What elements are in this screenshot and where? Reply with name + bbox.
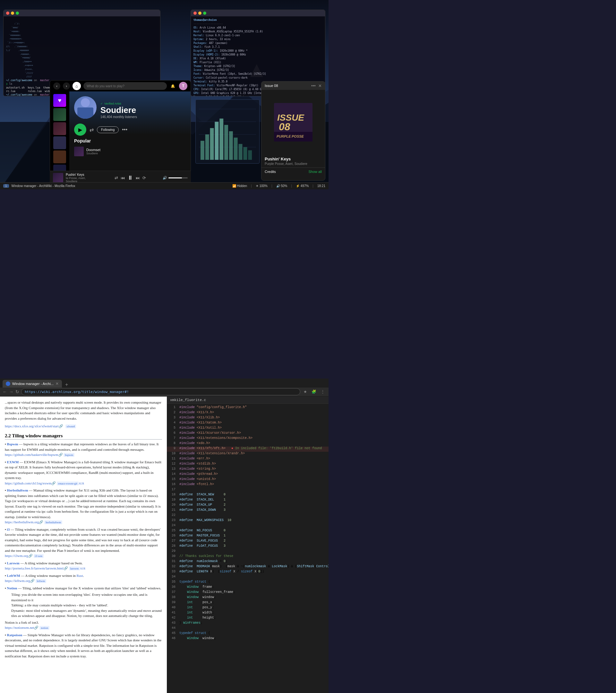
close-btn[interactable] xyxy=(194,12,197,15)
xfwm-badge: xfwm4 xyxy=(65,424,76,428)
code-panel: xmkile_fluorite.c 1#include "config/conf… xyxy=(167,397,329,693)
bspwm-link[interactable]: https://github.com/baskerville/bspwm🔗 xyxy=(5,453,63,457)
terminal-titlebar xyxy=(3,10,160,16)
player-thumbnail xyxy=(53,173,63,183)
svg-point-6 xyxy=(81,98,90,107)
maximize-btn[interactable] xyxy=(16,12,19,15)
i3-badge: i3-wm xyxy=(34,554,44,558)
svg-rect-20 xyxy=(205,134,209,160)
code-line: 7#include <X11/extensions/Xcomposite.h> xyxy=(167,436,329,441)
herbst-link[interactable]: https://herbstluftwm.org🔗 xyxy=(5,520,43,524)
code-line: 24 xyxy=(167,523,329,529)
notion-link[interactable]: https://notionwm.net🔗 xyxy=(5,626,39,630)
repeat-button[interactable]: ⟳ xyxy=(142,176,146,180)
xfwm-docs-link[interactable]: https://docs.xfce.org/xfce/xfwm4/start🔗 xyxy=(5,424,63,428)
forward-button[interactable]: › xyxy=(63,82,70,90)
back-button[interactable]: ← xyxy=(3,389,7,394)
code-line: 41 int width; xyxy=(167,611,329,616)
play-button[interactable]: ▶ xyxy=(74,123,86,136)
menu-button[interactable]: ⋮ xyxy=(320,389,326,395)
code-line: 10#include <X11/extensions/Xrandr.h> xyxy=(167,452,329,457)
playlist-item-4[interactable] xyxy=(53,151,66,163)
close-btn[interactable] xyxy=(6,12,9,15)
i3-link[interactable]: https://i3wm.org🔗 xyxy=(5,554,33,558)
playlist-item-1[interactable] xyxy=(53,108,66,121)
playlist-item-2[interactable] xyxy=(53,122,66,135)
code-line: 35typedef struct { xyxy=(167,580,329,585)
pause-button[interactable]: ⏸ xyxy=(127,175,133,181)
code-line: 42 int height; xyxy=(167,616,329,621)
back-button[interactable]: ‹ xyxy=(53,82,60,90)
shuffle-button[interactable]: ⇄ xyxy=(90,127,94,133)
minimize-btn[interactable] xyxy=(11,12,14,15)
code-line: 26#define MASTER_FOCUS 1 xyxy=(167,534,329,539)
avatar[interactable]: T xyxy=(179,82,187,90)
reload-button[interactable]: ↻ xyxy=(15,389,19,394)
volume-indicator: 🔊 50% xyxy=(276,184,287,188)
playlist-item-3[interactable] xyxy=(53,136,66,149)
credits-button[interactable]: Credits xyxy=(265,170,276,174)
following-button[interactable]: Following xyxy=(97,126,119,133)
maximize-btn[interactable] xyxy=(203,12,206,15)
artist-banner: ✓ Verified Artist Soudiere 146,404 month… xyxy=(69,92,191,123)
bookmark-button[interactable]: ★ xyxy=(302,389,308,395)
issue08-close[interactable]: ✕ xyxy=(318,83,322,88)
close-tab-button[interactable]: ✕ xyxy=(56,381,59,386)
url-bar[interactable] xyxy=(21,388,300,395)
tab-label: Window manager - Archi... xyxy=(12,382,54,385)
player-track-info: Pushin' Keys la Posse, Aseri, Soudiere xyxy=(66,173,98,183)
code-filename: xmkile_fluorite.c xyxy=(170,398,206,402)
artist-info: ✓ Verified Artist Soudiere 146,404 month… xyxy=(100,102,186,119)
browser-section: Window manager - Archi... ✕ + ← → ↻ ★ 🧩 … xyxy=(0,379,329,693)
svg-rect-29 xyxy=(248,150,252,160)
previous-button[interactable]: ⏮ xyxy=(121,176,125,180)
brightness-indicator: ☀ 100% xyxy=(256,184,267,188)
minimize-btn[interactable] xyxy=(198,12,201,15)
leftwm-link[interactable]: https://leftwm.org🔗 xyxy=(5,579,35,582)
larswm-link[interactable]: http://porneia.free.fr/larswm/larswm.htm… xyxy=(5,566,68,570)
next-button[interactable]: ⏭ xyxy=(136,176,140,180)
show-all-button[interactable]: Show all xyxy=(308,170,322,174)
taskbar-right: 📶 Hidden | ☀ 100% | 🔊 50% | ⚡ 497% | 18:… xyxy=(232,184,325,188)
player-track-row: Pushin' Keys la Posse, Aseri, Soudiere ⇄… xyxy=(53,173,188,183)
home-button[interactable]: ⌂ xyxy=(73,82,81,90)
spotify-titlebar: ‹ › ⌂ 🔔 T xyxy=(50,81,191,92)
extensions-button[interactable]: 🧩 xyxy=(310,389,318,395)
forward-button[interactable]: → xyxy=(9,389,14,394)
player-track-title: Pushin' Keys xyxy=(66,173,98,176)
code-line: 16#include <fcntl.h> xyxy=(167,482,329,488)
wm-item-i3: • i3 — Tiling window manager, completely… xyxy=(5,527,162,559)
exwm-link[interactable]: https://github.com/ch11ng/exwm🔗 xyxy=(5,481,56,485)
code-line: 3#include <X11/Xlib.h> xyxy=(167,416,329,421)
browser-tabs: Window manager - Archi... ✕ + xyxy=(0,379,329,388)
issue08-more[interactable]: ••• xyxy=(311,83,316,88)
artist-avatar xyxy=(74,96,97,119)
code-line: 33#define LENGTH(X) (sizeof X / sizeof X… xyxy=(167,570,329,575)
search-input[interactable] xyxy=(83,82,167,90)
code-line: 13#include <string.h> xyxy=(167,467,329,472)
issue08-album-art: ISSUE 08 PURPLE POSSE xyxy=(261,90,325,155)
battery-indicator: ⚡ 497% xyxy=(296,184,309,188)
shuffle-button[interactable]: ⇄ xyxy=(115,176,118,180)
ascii-art: :`/: `ooo/ `+oooo: `+oooooo: -+oooooo+: … xyxy=(6,22,39,78)
popular-section: Popular Doomset Soudiere xyxy=(69,138,191,158)
active-tab[interactable]: Window manager - Archi... ✕ xyxy=(3,380,62,388)
larswm-badge: larswm xyxy=(69,567,80,571)
new-tab-button[interactable]: + xyxy=(63,382,71,388)
issue08-track-info: Pushin' Keys Purple Posse, Aseri, Soudie… xyxy=(261,155,325,167)
liked-songs[interactable]: ♥ xyxy=(53,94,66,107)
code-line: 2#include <X11/X.h> xyxy=(167,411,329,416)
code-line: 5#include <X11/Xutil.h> xyxy=(167,426,329,431)
code-line: 8#include <xdo.h> xyxy=(167,441,329,447)
more-options-button[interactable]: ••• xyxy=(122,127,127,133)
taskbar: 1 Window manager - ArchWiki - Mozilla Fi… xyxy=(0,182,329,189)
code-line: 40 int pos_y; xyxy=(167,606,329,611)
code-line: 32#define MODMASK(mask) (mask & ~(numloc… xyxy=(167,565,329,570)
section-title: 2.2 Tiling window managers xyxy=(5,432,162,440)
wiki-content: ...spaces or virtual desktops and native… xyxy=(0,397,167,664)
track-item[interactable]: Doomset Soudiere xyxy=(74,145,186,158)
workspace-indicator[interactable]: 1 xyxy=(3,184,9,188)
code-line: 15#include <unistd.h> xyxy=(167,477,329,482)
notification-button[interactable]: 🔔 xyxy=(170,82,176,90)
volume-bar[interactable] xyxy=(168,177,188,178)
